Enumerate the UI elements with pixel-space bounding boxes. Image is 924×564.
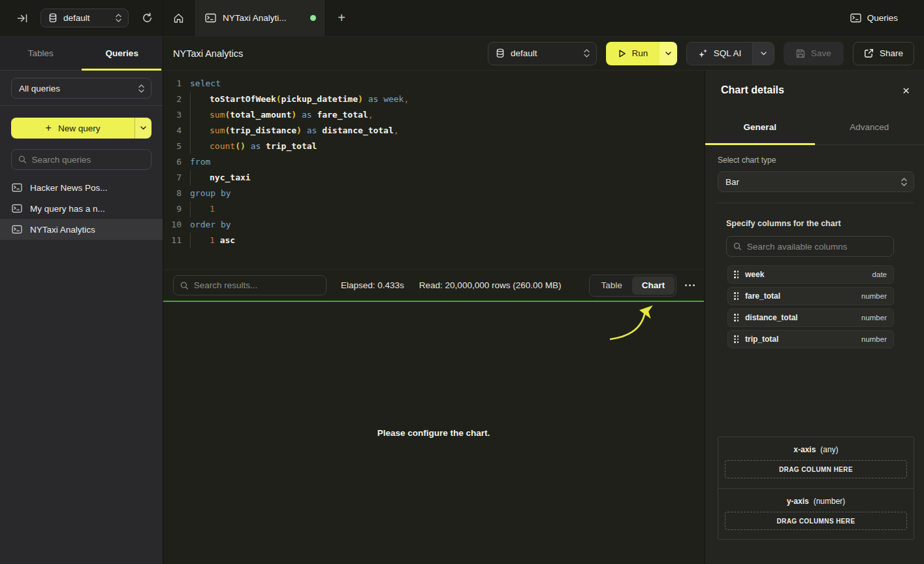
- panel-tab-general-label: General: [744, 122, 776, 132]
- results-search[interactable]: [173, 275, 327, 295]
- share-button[interactable]: Share: [853, 42, 914, 65]
- new-query-dropdown[interactable]: [135, 118, 151, 139]
- code-line[interactable]: 10order by: [163, 217, 704, 233]
- query-item-label: NYTaxi Analytics: [30, 225, 95, 235]
- results-toolbar: Elapsed: 0.433s Read: 20,000,000 rows (2…: [163, 269, 704, 302]
- axis-label: y-axis(number): [725, 497, 907, 506]
- refresh-button[interactable]: [138, 9, 156, 27]
- sidebar-tab-queries-label: Queries: [106, 48, 138, 58]
- chevron-updown-icon: [901, 178, 907, 186]
- query-list: Hacker News Pos...My query has a n...NYT…: [0, 177, 163, 240]
- columns-section: Specify columns for the chart weekdatefa…: [718, 203, 913, 348]
- unsaved-changes-dot: [310, 15, 316, 21]
- tab-strip: NYTaxi Analyti... +: [163, 0, 357, 36]
- code-line[interactable]: 6from: [163, 154, 704, 170]
- code-text: toStartOfWeek(pickup_datetime) as week,: [190, 91, 409, 107]
- view-tab-chart[interactable]: Chart: [632, 276, 675, 295]
- line-number: 2: [163, 91, 182, 107]
- line-number: 4: [163, 123, 182, 139]
- drag-handle-icon[interactable]: [734, 335, 739, 343]
- code-line[interactable]: 8group by: [163, 186, 704, 201]
- results-search-input[interactable]: [194, 280, 319, 290]
- query-list-item[interactable]: NYTaxi Analytics: [0, 219, 163, 240]
- code-text: sum(total_amount) as fare_total,: [190, 107, 373, 123]
- new-query-main[interactable]: + New query: [11, 118, 135, 139]
- save-icon: [796, 49, 805, 58]
- code-line[interactable]: 7nyc_taxi: [163, 170, 704, 186]
- run-button-label: Run: [632, 48, 648, 58]
- code-line[interactable]: 3sum(total_amount) as fare_total,: [163, 107, 704, 123]
- sidebar-tab-queries[interactable]: Queries: [82, 37, 163, 70]
- view-tab-chart-label: Chart: [642, 280, 665, 290]
- column-name: week: [745, 270, 764, 279]
- run-database-selector[interactable]: default: [488, 42, 597, 65]
- code-line[interactable]: 5count() as trip_total: [163, 139, 704, 154]
- y-axis-drop-zone[interactable]: DRAG COLUMNS HERE: [725, 512, 907, 530]
- top-bar-left: default: [0, 0, 163, 36]
- column-row[interactable]: distance_totalnumber: [727, 308, 894, 327]
- query-list-item[interactable]: Hacker News Pos...: [0, 177, 163, 198]
- sidebar-tab-tables[interactable]: Tables: [0, 37, 82, 70]
- run-button-main[interactable]: Run: [606, 42, 660, 65]
- query-item-label: My query has a n...: [30, 204, 105, 214]
- terminal-icon: [850, 13, 861, 23]
- collapse-sidebar-button[interactable]: [13, 9, 31, 27]
- code-text: group by: [190, 186, 231, 201]
- panel-tabs: General Advanced: [705, 110, 924, 145]
- run-options-dropdown[interactable]: [660, 42, 677, 65]
- column-row[interactable]: trip_totalnumber: [727, 330, 894, 348]
- indent-guide: [190, 123, 210, 139]
- results-more-menu[interactable]: [684, 280, 696, 290]
- code-line[interactable]: 4sum(trip_distance) as distance_total,: [163, 123, 704, 139]
- axis-label: x-axis(any): [725, 445, 907, 454]
- view-tab-table[interactable]: Table: [591, 276, 631, 295]
- code-line[interactable]: 2toStartOfWeek(pickup_datetime) as week,: [163, 91, 704, 107]
- panel-tab-advanced-label: Advanced: [850, 122, 889, 132]
- columns-search[interactable]: [726, 236, 894, 257]
- top-bar: default NYTaxi Analyti... + Queries: [0, 0, 924, 37]
- code-line[interactable]: 111 asc: [163, 233, 704, 248]
- home-button[interactable]: [163, 0, 194, 36]
- drag-handle-icon[interactable]: [734, 292, 739, 300]
- drag-handle-icon[interactable]: [734, 314, 739, 322]
- line-number: 1: [163, 76, 182, 91]
- save-button[interactable]: Save: [784, 42, 844, 65]
- code-line[interactable]: 91: [163, 201, 704, 217]
- query-filter-select[interactable]: All queries: [11, 78, 151, 99]
- database-selector[interactable]: default: [40, 8, 129, 27]
- tab-nytaxi-analytics[interactable]: NYTaxi Analyti...: [194, 0, 326, 36]
- run-button[interactable]: Run: [606, 42, 677, 65]
- sql-editor[interactable]: 1select2toStartOfWeek(pickup_datetime) a…: [163, 71, 704, 269]
- chevron-updown-icon: [584, 49, 590, 58]
- close-icon[interactable]: ×: [902, 84, 910, 97]
- collapse-sidebar-icon: [17, 13, 28, 24]
- chart-canvas: Please configure the chart.: [163, 302, 704, 564]
- chevron-updown-icon: [116, 14, 121, 22]
- panel-tab-general[interactable]: General: [705, 110, 815, 144]
- sql-ai-main[interactable]: SQL AI: [687, 42, 752, 65]
- new-tab-button[interactable]: +: [326, 0, 357, 36]
- query-title: NYTaxi Analytics: [173, 48, 243, 59]
- query-list-item[interactable]: My query has a n...: [0, 198, 163, 219]
- queries-button[interactable]: Queries: [850, 13, 898, 23]
- sql-ai-dropdown[interactable]: [752, 42, 774, 65]
- x-axis-drop-zone[interactable]: DRAG COLUMN HERE: [725, 460, 907, 478]
- indent-guide: [190, 170, 210, 186]
- sql-ai-button[interactable]: SQL AI: [686, 42, 774, 65]
- drag-handle-icon[interactable]: [734, 271, 739, 278]
- chart-type-select[interactable]: Bar: [718, 171, 914, 192]
- column-type: number: [861, 335, 887, 343]
- panel-header: Chart details ×: [705, 71, 924, 110]
- code-line[interactable]: 1select: [163, 76, 704, 91]
- column-row[interactable]: fare_totalnumber: [727, 287, 894, 305]
- columns-search-input[interactable]: [747, 242, 887, 252]
- query-search[interactable]: [11, 149, 151, 170]
- indent-guide: [190, 91, 210, 107]
- indent-guide: [190, 233, 210, 248]
- query-search-input[interactable]: [32, 155, 144, 165]
- query-filter-value: All queries: [19, 84, 60, 93]
- new-query-button[interactable]: + New query: [11, 118, 151, 139]
- panel-tab-advanced[interactable]: Advanced: [815, 110, 924, 144]
- share-icon: [864, 48, 874, 58]
- column-row[interactable]: weekdate: [727, 265, 894, 284]
